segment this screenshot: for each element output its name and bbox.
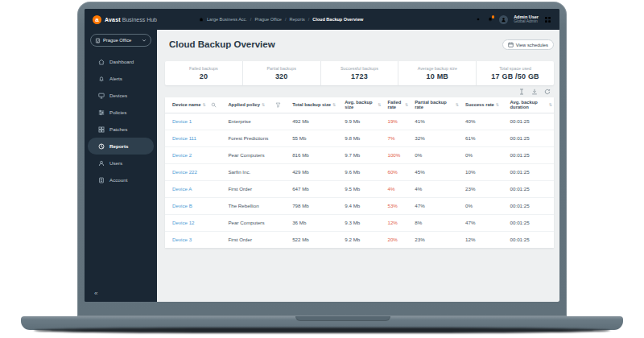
column-header-device-name[interactable]: Device name ⇅	[165, 97, 223, 113]
sidebar-item-label: Patches	[109, 126, 127, 132]
cell-failed-rate: 19%	[382, 113, 410, 130]
stat-average-backup-size: Average backup size 10 MB	[398, 61, 476, 85]
main-content: Cloud Backup Overview View schedules Fai…	[157, 30, 559, 302]
cell-policy: Enterprise	[223, 113, 287, 130]
sidebar-item-patches[interactable]: Patches	[88, 121, 154, 138]
sidebar-item-label: Devices	[109, 93, 127, 98]
user-role: Global Admin	[514, 19, 539, 24]
breadcrumb-item[interactable]: Prague Office	[254, 17, 282, 22]
cell-partial-rate: 41%	[410, 113, 460, 130]
stat-label: Partial backups	[267, 66, 296, 71]
sidebar-item-reports[interactable]: Reports	[88, 138, 154, 155]
sidebar-item-users[interactable]: Users	[88, 155, 154, 171]
sort-icon: ⇅	[202, 102, 205, 107]
account-icon	[98, 177, 105, 183]
device-link[interactable]: Device 1	[165, 113, 223, 130]
devices-icon	[98, 93, 105, 99]
cell-success-rate: 0%	[460, 146, 506, 163]
cell-avg-size: 9.9 Mb	[340, 113, 382, 130]
table-row: Device 2 Pear Computers 816 Mb 9.7 Mb 10…	[165, 146, 554, 163]
column-header-avg-backup-duration[interactable]: Avg. backup duration⇅	[506, 97, 554, 113]
user-avatar[interactable]	[499, 15, 508, 24]
settings-gear-icon[interactable]	[475, 16, 481, 23]
column-header-avg-backup-size[interactable]: Avg. backup size⇅	[340, 97, 382, 113]
stat-value: 10 MB	[427, 72, 449, 80]
sidebar-item-label: Users	[109, 160, 122, 166]
device-link[interactable]: Device B	[165, 197, 223, 214]
sidebar-item-policies[interactable]: Policies	[88, 104, 154, 121]
stat-value: 17 GB /50 GB	[491, 72, 539, 80]
breadcrumb-item[interactable]: Large Business Acc.	[207, 17, 247, 22]
table-toolbar	[165, 85, 554, 97]
reports-icon	[98, 143, 105, 150]
column-label: Device name	[172, 102, 200, 107]
cell-success-rate: 0%	[460, 197, 506, 214]
cell-total-size: 36 Mb	[287, 214, 340, 231]
sidebar-item-label: Account	[109, 177, 127, 183]
sidebar-item-alerts[interactable]: Alerts	[88, 70, 154, 87]
device-link[interactable]: Device A	[165, 180, 223, 197]
cell-success-rate: 23%	[460, 180, 506, 197]
cell-total-size: 492 Mb	[287, 113, 340, 130]
column-header-applied-policy[interactable]: Applied policy ⇅	[223, 97, 287, 113]
columns-icon[interactable]	[518, 89, 525, 95]
device-link[interactable]: Device 111	[165, 130, 223, 146]
stat-label: Successful backups	[341, 66, 378, 71]
column-header-failed-rate[interactable]: Failed rate⇅	[382, 97, 410, 113]
user-menu[interactable]: Admin User Global Admin	[514, 14, 539, 24]
sort-icon: ⇅	[496, 102, 499, 107]
org-selector-label: Prague Office	[103, 38, 131, 43]
column-header-partial-backup-rate[interactable]: Partial backup rate⇅	[410, 97, 460, 113]
sort-icon: ⇅	[405, 102, 408, 107]
cell-failed-rate: 12%	[382, 214, 410, 231]
sort-icon: ⇅	[332, 102, 336, 107]
device-link[interactable]: Device 3	[165, 231, 223, 248]
breadcrumb-item[interactable]: Reports	[289, 17, 304, 22]
sidebar-collapse-button[interactable]: «	[94, 290, 97, 297]
cell-partial-rate: 23%	[410, 231, 460, 248]
summary-stats-card: Failed backups 20 Partial backups 320 Su…	[165, 61, 554, 85]
sort-icon: ⇅	[262, 102, 265, 107]
home-icon[interactable]	[199, 17, 204, 22]
cell-failed-rate: 7%	[382, 130, 410, 146]
column-label: Partial backup rate	[415, 100, 454, 109]
column-header-total-backup-size[interactable]: Total backup size⇅	[287, 97, 340, 113]
search-icon[interactable]	[211, 102, 217, 108]
column-header-success-rate[interactable]: Success rate⇅	[460, 97, 506, 113]
table-header-row: Device name ⇅ Applied p	[165, 97, 554, 113]
cell-policy: Forest Predictions	[223, 130, 287, 146]
sidebar-item-devices[interactable]: Devices	[88, 87, 154, 104]
cell-avg-size: 9.2 Mb	[340, 231, 382, 248]
breadcrumb-separator: /	[250, 17, 252, 22]
device-link[interactable]: Device 222	[165, 163, 223, 180]
brand[interactable]: a Avast Business Hub	[93, 15, 157, 24]
cell-avg-size: 9.7 Mb	[340, 146, 382, 163]
notifications-bell-icon[interactable]	[487, 16, 493, 23]
stat-label: Failed backups	[189, 66, 218, 71]
device-link[interactable]: Device 12	[165, 214, 223, 231]
stat-total-space-used: Total space used 17 GB /50 GB	[476, 61, 554, 85]
device-link[interactable]: Device 2	[165, 146, 223, 163]
cell-total-size: 55 Mb	[287, 130, 340, 146]
sidebar-item-label: Alerts	[109, 76, 122, 81]
sidebar-item-dashboard[interactable]: Dashboard	[88, 53, 154, 70]
breadcrumb: Large Business Acc. / Prague Office / Re…	[199, 17, 363, 22]
view-schedules-label: View schedules	[516, 43, 548, 47]
table-row: Device 111 Forest Predictions 55 Mb 9.8 …	[165, 130, 554, 146]
apps-grid-icon[interactable]	[544, 16, 551, 23]
cell-total-size: 522 Mb	[287, 231, 340, 248]
cell-partial-rate: 45%	[410, 163, 460, 180]
table-row: Device 12 Pear Computers 36 Mb 9.3 Mb 12…	[165, 214, 554, 231]
filter-funnel-icon[interactable]	[275, 102, 281, 108]
policies-icon	[98, 109, 105, 116]
laptop-shadow	[34, 328, 610, 333]
cell-success-rate: 10%	[460, 163, 506, 180]
download-icon[interactable]	[531, 89, 538, 95]
cell-avg-size: 9.4 Mb	[340, 197, 382, 214]
view-schedules-button[interactable]: View schedules	[502, 39, 554, 50]
refresh-icon[interactable]	[544, 89, 551, 95]
org-selector[interactable]: Prague Office	[90, 34, 151, 47]
column-label: Avg. backup duration	[510, 100, 547, 109]
sidebar-item-account[interactable]: Account	[88, 171, 154, 188]
cell-success-rate: 61%	[460, 130, 506, 146]
